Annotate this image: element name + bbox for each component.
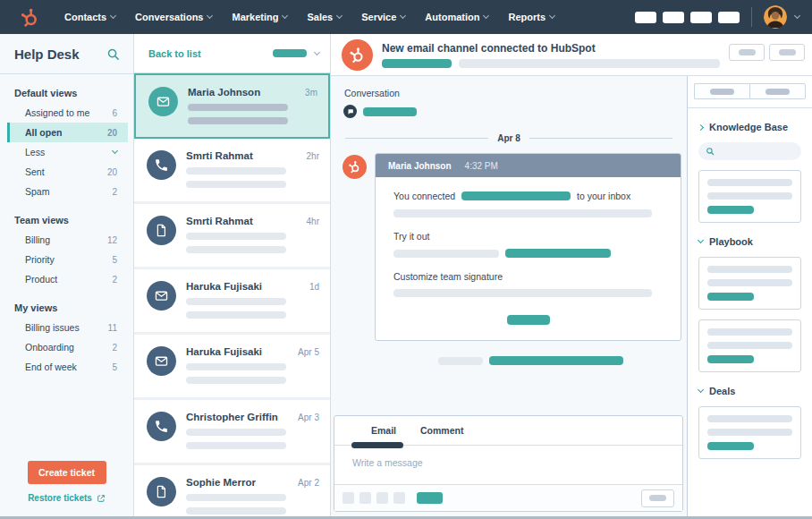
- create-ticket-button[interactable]: Create ticket: [28, 461, 106, 484]
- external-link-icon: [97, 494, 106, 503]
- sidebar-section-title: Team views: [14, 215, 121, 225]
- toggle-option-placeholder[interactable]: [694, 83, 749, 99]
- message-text: Customize team signature: [393, 271, 663, 282]
- conversation-subheader: [343, 105, 687, 118]
- knowledge-base-search-input[interactable]: [698, 142, 801, 160]
- format-tool-placeholder[interactable]: [359, 492, 371, 504]
- sidebar-item-assigned-to-me[interactable]: Assigned to me 6: [7, 103, 128, 123]
- nav-menu-contacts[interactable]: Contacts: [55, 12, 125, 22]
- text-placeholder: [393, 289, 652, 297]
- date-divider-label: Apr 8: [497, 133, 520, 143]
- hubspot-logo-icon[interactable]: [20, 7, 40, 28]
- link-placeholder: [707, 442, 754, 450]
- sort-placeholder[interactable]: [273, 49, 307, 57]
- navbar-tool-placeholder[interactable]: [663, 12, 684, 23]
- text-placeholder: [707, 429, 792, 436]
- ticket-item-smrti-rahmat[interactable]: Smrti Rahmat 2hr: [134, 139, 330, 204]
- chevron-down-icon: [483, 13, 489, 19]
- tab-email[interactable]: Email: [371, 416, 396, 445]
- ticket-item-haruka-fujisaki[interactable]: Haruka Fujisaki Apr 5: [134, 335, 330, 400]
- tab-comment[interactable]: Comment: [420, 416, 463, 445]
- search-icon[interactable]: [106, 47, 120, 61]
- ticket-summary: Smrti Rahmat 2hr: [186, 150, 319, 201]
- user-avatar[interactable]: [764, 5, 787, 29]
- ticket-item-christopher-griffin[interactable]: Christopher Griffin Apr 3: [134, 400, 330, 465]
- nav-menu-sales[interactable]: Sales: [297, 12, 351, 22]
- message-line: You connected to your inbox: [393, 191, 663, 201]
- navbar-tool-placeholder[interactable]: [690, 12, 712, 23]
- cta-button-placeholder[interactable]: [507, 315, 550, 325]
- section-toggle-deals[interactable]: Deals: [698, 386, 801, 396]
- back-to-list-link[interactable]: Back to list: [148, 48, 201, 59]
- sidebar-item-count: 5: [112, 362, 117, 372]
- main-body: Conversation Apr 8: [331, 76, 812, 516]
- navbar-tool-placeholder[interactable]: [718, 12, 740, 23]
- ticket-summary: Haruka Fujisaki Apr 5: [186, 346, 319, 397]
- nav-menu-reports[interactable]: Reports: [498, 12, 564, 22]
- ticket-contact-name: Haruka Fujisaki: [186, 346, 262, 357]
- nav-menu-service[interactable]: Service: [351, 12, 415, 22]
- text-placeholder: [188, 117, 288, 124]
- format-tool-placeholder[interactable]: [343, 492, 354, 504]
- ticket-list-header: Back to list: [134, 34, 330, 73]
- deals-card[interactable]: [698, 406, 801, 459]
- restore-tickets-link[interactable]: Restore tickets: [28, 493, 106, 503]
- format-tool-placeholder[interactable]: [393, 492, 405, 504]
- toggle-option-placeholder[interactable]: [749, 83, 806, 99]
- section-title: Playbook: [709, 236, 753, 247]
- message-input[interactable]: Write a message: [334, 446, 682, 484]
- sidebar-item-spam[interactable]: Spam 2: [7, 182, 128, 201]
- sidebar-item-label: Assigned to me: [25, 107, 89, 118]
- ticket-summary: Maria Johnson 3m: [188, 87, 317, 137]
- sidebar-item-priority[interactable]: Priority 5: [7, 250, 128, 269]
- sidebar-item-all-open[interactable]: All open 20: [7, 123, 128, 142]
- text-placeholder: [186, 377, 286, 384]
- composer-action-button[interactable]: [641, 489, 674, 507]
- header-action-button[interactable]: [769, 44, 805, 61]
- link-placeholder[interactable]: [505, 249, 611, 258]
- chevron-down-icon[interactable]: [314, 48, 320, 55]
- sidebar-item-onboarding[interactable]: Onboarding 2: [7, 337, 128, 357]
- message-card: Maria Johnson 4:32 PM You connected to y…: [375, 153, 681, 341]
- text-placeholder: [186, 181, 286, 188]
- link-placeholder[interactable]: [489, 356, 623, 365]
- sidebar-item-billing[interactable]: Billing 12: [7, 230, 128, 250]
- format-tool-placeholder[interactable]: [376, 492, 388, 504]
- sidebar-item-less[interactable]: Less: [7, 142, 128, 162]
- playbook-card[interactable]: [698, 257, 801, 310]
- playbook-card[interactable]: [698, 319, 801, 372]
- ticket-list: Maria Johnson 3m Smrti Rahmat 2hr Smrti …: [134, 73, 330, 516]
- header-actions: [729, 44, 805, 61]
- text-placeholder: [186, 311, 286, 319]
- section-toggle-playbook[interactable]: Playbook: [698, 236, 801, 247]
- sidebar-item-count: 2: [112, 343, 117, 353]
- sidebar-item-label: All open: [25, 127, 62, 138]
- nav-menu-conversations[interactable]: Conversations: [125, 12, 222, 22]
- text-placeholder: [393, 209, 652, 217]
- send-button-placeholder[interactable]: [417, 492, 443, 504]
- phone-icon: [147, 412, 176, 441]
- chevron-down-icon[interactable]: [794, 13, 800, 19]
- sidebar-item-product[interactable]: Product 2: [7, 269, 128, 289]
- ticket-item-smrti-rahmat[interactable]: Smrti Rahmat 4hr: [134, 204, 330, 269]
- message-text: You connected: [393, 191, 455, 201]
- ticket-summary: Christopher Griffin Apr 3: [186, 412, 319, 463]
- main-panel: New email channel connected to HubSpot C…: [331, 34, 812, 516]
- header-action-button[interactable]: [729, 44, 765, 61]
- sidebar-item-end-of-week[interactable]: End of week 5: [7, 357, 128, 377]
- sidebar-item-sent[interactable]: Sent 20: [7, 162, 128, 182]
- knowledge-base-card[interactable]: [698, 170, 801, 223]
- sidebar-item-billing-issues[interactable]: Billing issues 11: [7, 318, 128, 337]
- navbar-tool-placeholder[interactable]: [635, 12, 656, 23]
- page-title: Help Desk: [14, 47, 80, 62]
- nav-menu-automation[interactable]: Automation: [415, 12, 498, 22]
- chevron-down-icon: [112, 148, 118, 154]
- nav-menu-marketing[interactable]: Marketing: [222, 12, 297, 22]
- section-toggle-knowledge-base[interactable]: Knowledge Base: [698, 122, 801, 132]
- chevron-down-icon: [549, 13, 555, 19]
- chevron-down-icon: [400, 13, 406, 19]
- text-placeholder: [707, 179, 792, 186]
- ticket-item-haruka-fujisaki[interactable]: Haruka Fujisaki 1d: [134, 269, 330, 335]
- ticket-item-sophie-merror[interactable]: Sophie Merror Apr 2: [134, 465, 330, 516]
- ticket-item-maria-johnson[interactable]: Maria Johnson 3m: [134, 73, 330, 139]
